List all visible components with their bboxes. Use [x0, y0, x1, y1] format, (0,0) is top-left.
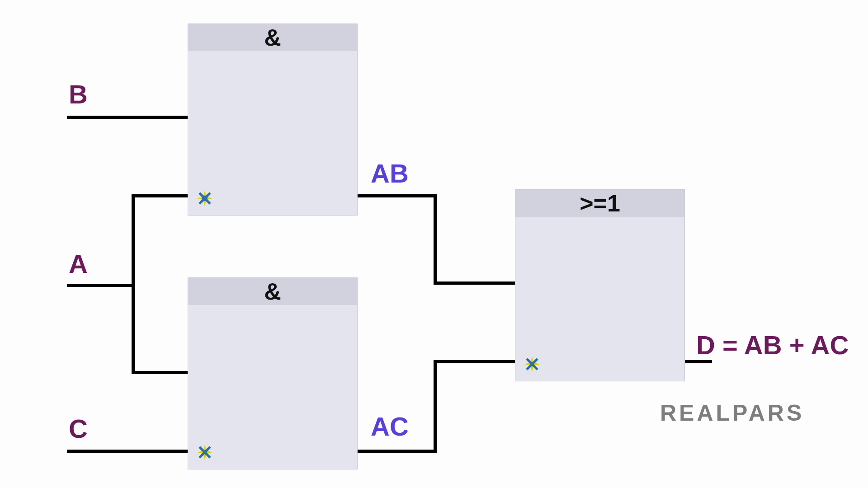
signal-label-ac: AC [371, 411, 409, 441]
wire-a-vertical [132, 194, 135, 374]
brand-logo: REALPARS [660, 400, 804, 426]
wire-a-stub [67, 284, 135, 287]
output-label-d: D = AB + AC [696, 330, 849, 360]
wire-ab-v [434, 194, 437, 285]
wire-ac-v [434, 360, 437, 453]
expand-icon [524, 357, 540, 372]
input-label-a: A [69, 249, 88, 279]
and-gate-1-header: & [188, 24, 357, 51]
input-label-b: B [69, 79, 88, 109]
wire-c-to-and2 [67, 450, 188, 453]
wire-b-to-and1 [67, 116, 188, 119]
and-gate-1: & [188, 23, 358, 216]
and-gate-2-header: & [188, 278, 357, 305]
wire-a-to-and2 [132, 371, 188, 374]
wire-ab-h2 [434, 282, 515, 285]
expand-icon [197, 191, 212, 206]
wire-a-to-and1 [132, 194, 188, 197]
input-label-c: C [69, 413, 88, 444]
or-gate-header: >=1 [515, 190, 684, 217]
fbd-canvas: & & >=1 B A C AB AC D = AB + AC [0, 0, 868, 488]
and-gate-2: & [188, 277, 358, 469]
wire-ab-h1 [358, 194, 437, 197]
or-gate: >=1 [515, 189, 685, 381]
wire-ac-h2 [434, 360, 515, 363]
expand-icon [197, 445, 212, 460]
signal-label-ab: AB [371, 158, 409, 188]
wire-ac-h1 [358, 450, 437, 453]
wire-or-out [685, 360, 712, 363]
